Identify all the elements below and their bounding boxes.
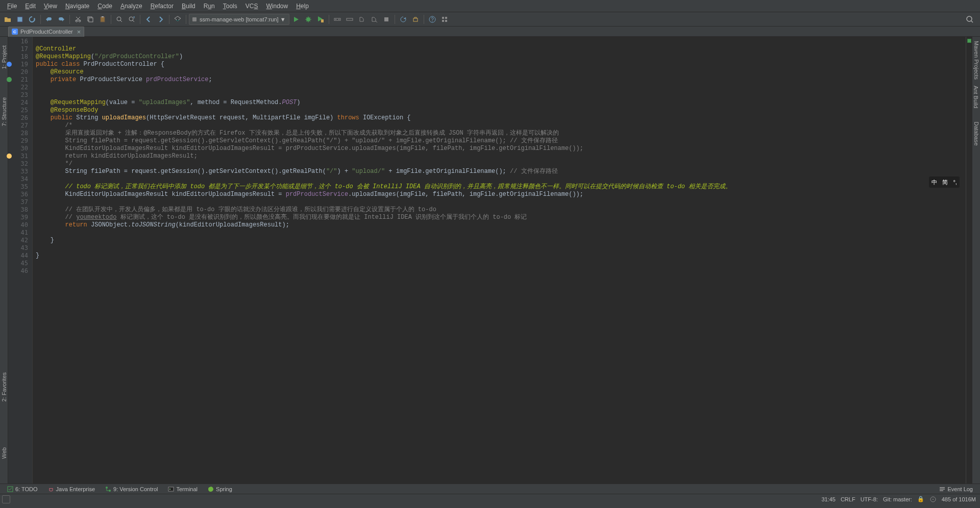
redo-icon[interactable] bbox=[56, 14, 67, 25]
run-icon[interactable] bbox=[290, 14, 302, 25]
tool-version-control[interactable]: 9: Version Control bbox=[101, 486, 162, 493]
run-configuration-selector[interactable]: ssm-manage-web [tomcat7:run] ▼ bbox=[189, 14, 289, 25]
inspection-ok-icon bbox=[967, 39, 971, 43]
svg-point-8 bbox=[129, 17, 133, 21]
menu-run[interactable]: Run bbox=[200, 2, 219, 11]
right-tool-stripe: Maven Projects Ant Build Database bbox=[972, 37, 980, 484]
scrollbar-track[interactable] bbox=[966, 37, 972, 484]
menu-tools[interactable]: Tools bbox=[219, 2, 241, 11]
tool-todo[interactable]: 6: TODO bbox=[3, 486, 42, 493]
menu-edit[interactable]: Edit bbox=[21, 2, 40, 11]
tool-terminal[interactable]: Terminal bbox=[164, 486, 202, 493]
svg-rect-6 bbox=[102, 16, 104, 17]
close-icon[interactable]: × bbox=[77, 28, 81, 36]
find-icon[interactable] bbox=[114, 14, 125, 25]
tool-database[interactable]: Database bbox=[973, 121, 979, 145]
tool-spring[interactable]: Spring bbox=[204, 486, 236, 493]
svg-point-9 bbox=[306, 17, 310, 21]
ime-indicator[interactable]: 中简°, bbox=[929, 176, 960, 188]
menu-refactor[interactable]: Refactor bbox=[146, 2, 178, 11]
svg-rect-22 bbox=[445, 20, 447, 22]
encoding[interactable]: UTF-8: bbox=[861, 496, 878, 502]
svg-rect-29 bbox=[940, 489, 945, 490]
svg-point-26 bbox=[109, 490, 111, 492]
menu-window[interactable]: Window bbox=[262, 2, 292, 11]
search-everywhere-icon[interactable] bbox=[966, 15, 974, 23]
tool-windows-toggle-icon[interactable] bbox=[2, 495, 10, 503]
code-content[interactable]: @Controller@RequestMapping("/prdProductC… bbox=[33, 37, 966, 484]
debug-icon[interactable] bbox=[303, 14, 314, 25]
left-tool-stripe: 1: Project 7: Structure 2: Favorites Web bbox=[0, 37, 8, 484]
editor-area[interactable]: 1617181920212223242526272829303132333435… bbox=[8, 37, 972, 484]
commit-icon[interactable] bbox=[410, 14, 421, 25]
tool-ant[interactable]: Ant Build bbox=[973, 86, 979, 108]
svg-rect-21 bbox=[442, 20, 444, 22]
breakpoint-step2-icon[interactable] bbox=[344, 14, 355, 25]
save-all-icon[interactable] bbox=[14, 14, 26, 25]
toolbar: ssm-manage-web [tomcat7:run] ▼ ? bbox=[0, 12, 980, 27]
svg-rect-0 bbox=[17, 17, 22, 22]
status-bar: 31:45 CRLF UTF-8: Git: master: 🔒 485 of … bbox=[0, 494, 980, 504]
stop-icon[interactable] bbox=[381, 14, 392, 25]
inspector-icon[interactable] bbox=[929, 496, 937, 503]
svg-text:?: ? bbox=[431, 17, 434, 22]
build-icon[interactable] bbox=[172, 14, 183, 25]
tool-java-enterprise[interactable]: Java Enterprise bbox=[44, 486, 99, 493]
menu-analyze[interactable]: Analyze bbox=[116, 2, 146, 11]
forward-icon[interactable] bbox=[155, 14, 166, 25]
svg-rect-11 bbox=[334, 18, 340, 20]
svg-rect-14 bbox=[347, 18, 353, 20]
bottom-tool-stripe: 6: TODO Java Enterprise 9: Version Contr… bbox=[0, 484, 980, 494]
attach2-icon[interactable] bbox=[369, 14, 380, 25]
menubar: FileEditViewNavigateCodeAnalyzeRefactorB… bbox=[0, 0, 980, 12]
paste-icon[interactable] bbox=[97, 14, 108, 25]
svg-point-7 bbox=[117, 17, 121, 21]
svg-rect-30 bbox=[940, 490, 943, 491]
svg-rect-16 bbox=[413, 18, 418, 21]
memory-indicator[interactable]: 485 of 1016M bbox=[942, 496, 976, 502]
menu-vcs[interactable]: VCS bbox=[241, 2, 262, 11]
event-log-button[interactable]: Event Log bbox=[935, 486, 977, 493]
svg-point-32 bbox=[933, 499, 934, 500]
svg-rect-19 bbox=[442, 17, 444, 19]
menu-navigate[interactable]: Navigate bbox=[61, 2, 93, 11]
svg-rect-15 bbox=[384, 17, 388, 21]
caret-position[interactable]: 31:45 bbox=[821, 496, 836, 502]
editor-tab-label: PrdProductController bbox=[20, 29, 73, 35]
run-coverage-icon[interactable] bbox=[315, 14, 326, 25]
menu-view[interactable]: View bbox=[40, 2, 61, 11]
svg-rect-28 bbox=[940, 487, 945, 488]
editor-tab-active[interactable]: C PrdProductController × bbox=[8, 27, 84, 37]
svg-point-12 bbox=[335, 19, 336, 20]
open-file-icon[interactable] bbox=[2, 14, 13, 25]
svg-point-25 bbox=[106, 487, 108, 489]
cut-icon[interactable] bbox=[72, 14, 84, 25]
svg-rect-10 bbox=[321, 19, 324, 22]
java-class-icon: C bbox=[12, 29, 18, 35]
tool-maven[interactable]: Maven Projects bbox=[973, 41, 979, 80]
breakpoint-step-icon[interactable] bbox=[332, 14, 343, 25]
svg-rect-20 bbox=[445, 17, 447, 19]
editor-tabs-row: C PrdProductController × bbox=[0, 27, 980, 37]
menu-file[interactable]: File bbox=[3, 2, 21, 11]
svg-rect-4 bbox=[89, 18, 93, 22]
project-structure-icon[interactable] bbox=[439, 14, 450, 25]
svg-point-13 bbox=[338, 19, 339, 20]
copy-icon[interactable] bbox=[85, 14, 96, 25]
sync-icon[interactable] bbox=[27, 14, 38, 25]
svg-point-23 bbox=[967, 16, 972, 21]
line-separator[interactable]: CRLF bbox=[841, 496, 855, 502]
menu-code[interactable]: Code bbox=[93, 2, 116, 11]
git-branch[interactable]: Git: master: bbox=[883, 496, 912, 502]
readonly-lock-icon[interactable]: 🔒 bbox=[917, 496, 924, 502]
editor-gutter: 1617181920212223242526272829303132333435… bbox=[8, 37, 33, 484]
menu-build[interactable]: Build bbox=[178, 2, 200, 11]
attach-icon[interactable] bbox=[356, 14, 368, 25]
help-icon[interactable]: ? bbox=[427, 14, 438, 25]
svg-rect-5 bbox=[101, 17, 105, 22]
update-icon[interactable] bbox=[398, 14, 409, 25]
back-icon[interactable] bbox=[143, 14, 154, 25]
replace-icon[interactable] bbox=[126, 14, 137, 25]
undo-icon[interactable] bbox=[43, 14, 55, 25]
menu-help[interactable]: Help bbox=[292, 2, 313, 11]
